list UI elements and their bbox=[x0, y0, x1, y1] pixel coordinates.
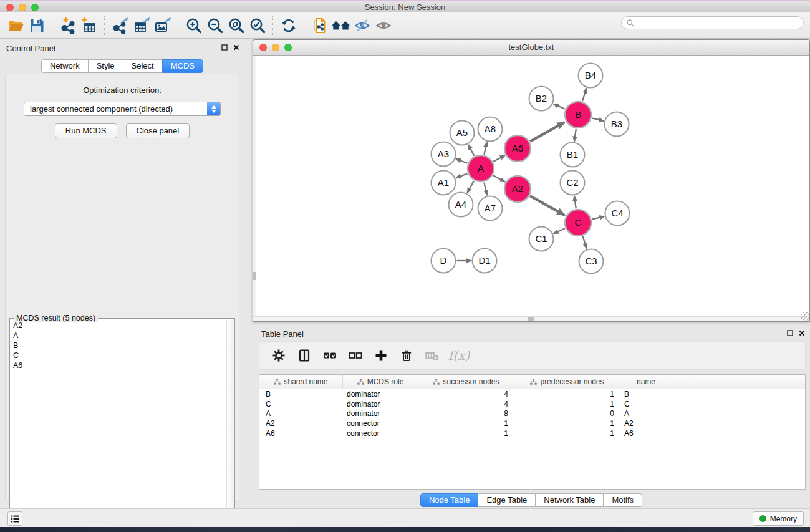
table-row-b[interactable]: Bdominator41B bbox=[259, 389, 805, 399]
close-panel-icon[interactable] bbox=[233, 44, 239, 51]
table-row-c[interactable]: Cdominator41C bbox=[259, 399, 805, 409]
search-box[interactable] bbox=[621, 16, 804, 29]
edge-A2-C[interactable] bbox=[530, 196, 564, 215]
column-header-name[interactable]: name bbox=[620, 375, 672, 389]
edge-A-A3[interactable] bbox=[456, 159, 467, 163]
zoom-selected-button[interactable] bbox=[247, 15, 268, 36]
node-A[interactable]: A bbox=[468, 155, 494, 181]
node-B2[interactable]: B2 bbox=[529, 87, 554, 111]
search-input[interactable] bbox=[637, 18, 803, 28]
node-D1[interactable]: D1 bbox=[473, 249, 497, 273]
edge-B-B2[interactable] bbox=[554, 104, 565, 109]
task-history-button[interactable] bbox=[7, 511, 22, 526]
zoom-out-button[interactable] bbox=[205, 15, 226, 36]
deselect-all-button[interactable] bbox=[346, 346, 365, 365]
edge-A-A4[interactable] bbox=[467, 181, 474, 193]
import-table-button[interactable] bbox=[79, 15, 100, 36]
close-panel-icon[interactable] bbox=[799, 330, 805, 336]
close-panel-button[interactable]: Close panel bbox=[126, 123, 190, 138]
table-row-a[interactable]: Adominator80A bbox=[259, 409, 805, 419]
run-mcds-button[interactable]: Run MCDS bbox=[55, 123, 117, 138]
node-B3[interactable]: B3 bbox=[605, 112, 629, 137]
node-C3[interactable]: C3 bbox=[579, 249, 604, 274]
memory-button[interactable]: Memory bbox=[753, 511, 804, 526]
node-A6[interactable]: A6 bbox=[504, 135, 531, 162]
table-row-a2[interactable]: A2connector11A2 bbox=[259, 418, 805, 428]
node-A3[interactable]: A3 bbox=[432, 142, 456, 167]
zoom-fit-button[interactable] bbox=[226, 15, 247, 36]
column-header-successor-nodes[interactable]: successor nodes bbox=[418, 375, 514, 389]
result-scrollbar[interactable] bbox=[226, 320, 234, 530]
import-network-button[interactable] bbox=[57, 15, 79, 36]
column-header-mcds-role[interactable]: MCDS role bbox=[343, 375, 418, 389]
save-session-button[interactable] bbox=[26, 15, 47, 36]
criterion-select[interactable]: largest connected component (directed) bbox=[24, 102, 221, 116]
result-item-c[interactable]: C bbox=[11, 351, 226, 360]
hide-panels-button[interactable] bbox=[352, 15, 373, 36]
float-panel-icon[interactable] bbox=[221, 44, 228, 51]
node-C1[interactable]: C1 bbox=[529, 227, 554, 251]
result-item-a2[interactable]: A2 bbox=[11, 321, 226, 331]
tab-motifs[interactable]: Motifs bbox=[603, 493, 642, 507]
network-from-file-button[interactable] bbox=[309, 15, 330, 36]
edge-B-B1[interactable] bbox=[574, 129, 576, 142]
tab-network-table[interactable]: Network Table bbox=[535, 493, 604, 507]
edge-A6-B[interactable] bbox=[530, 122, 564, 142]
home-button[interactable] bbox=[330, 15, 352, 36]
float-panel-icon[interactable] bbox=[787, 330, 793, 336]
open-session-button[interactable] bbox=[5, 15, 26, 36]
result-item-b[interactable]: B bbox=[11, 341, 226, 351]
node-A4[interactable]: A4 bbox=[449, 193, 473, 217]
delete-column-button[interactable] bbox=[397, 346, 416, 365]
edge-A-A6[interactable] bbox=[493, 155, 505, 162]
edge-A-A8[interactable] bbox=[484, 142, 487, 155]
delete-table-button[interactable] bbox=[423, 346, 441, 365]
export-image-button[interactable] bbox=[152, 15, 173, 36]
column-header-predecessor-nodes[interactable]: predecessor nodes bbox=[514, 375, 620, 389]
tab-node-table[interactable]: Node Table bbox=[420, 493, 479, 507]
show-columns-button[interactable] bbox=[295, 346, 314, 365]
edge-A-A1[interactable] bbox=[456, 173, 467, 178]
node-C[interactable]: C bbox=[565, 210, 591, 236]
canvas-horizontal-scrollbar[interactable] bbox=[253, 316, 809, 321]
canvas-vertical-scrollbar[interactable] bbox=[253, 56, 256, 317]
node-A5[interactable]: A5 bbox=[450, 121, 475, 145]
edge-C-C1[interactable] bbox=[554, 228, 565, 233]
edge-A-A2[interactable] bbox=[493, 175, 505, 182]
node-C2[interactable]: C2 bbox=[561, 171, 585, 195]
edge-C-C2[interactable] bbox=[574, 196, 576, 208]
refresh-button[interactable] bbox=[278, 15, 299, 36]
tab-select[interactable]: Select bbox=[123, 59, 163, 73]
select-all-button[interactable] bbox=[321, 346, 339, 365]
add-column-button[interactable] bbox=[372, 346, 390, 365]
result-item-a[interactable]: A bbox=[11, 331, 226, 341]
node-B1[interactable]: B1 bbox=[561, 143, 585, 167]
zoom-in-button[interactable] bbox=[183, 15, 205, 36]
tab-style[interactable]: Style bbox=[88, 59, 123, 73]
edge-B-B4[interactable] bbox=[582, 88, 587, 101]
tab-edge-table[interactable]: Edge Table bbox=[478, 493, 536, 507]
node-A2[interactable]: A2 bbox=[504, 176, 531, 202]
table-row-a6[interactable]: A6connector11A6 bbox=[259, 428, 805, 438]
node-A8[interactable]: A8 bbox=[478, 117, 503, 142]
result-item-a6[interactable]: A6 bbox=[11, 360, 226, 370]
node-B4[interactable]: B4 bbox=[579, 64, 603, 88]
edge-C-C3[interactable] bbox=[582, 236, 587, 249]
tab-network[interactable]: Network bbox=[41, 59, 89, 73]
window-resize-grip[interactable] bbox=[801, 312, 809, 321]
function-builder-button[interactable]: f(x) bbox=[448, 346, 470, 365]
node-A7[interactable]: A7 bbox=[478, 196, 503, 221]
tab-mcds[interactable]: MCDS bbox=[162, 59, 203, 73]
edge-A-A7[interactable] bbox=[484, 182, 487, 195]
edge-A-A5[interactable] bbox=[468, 145, 474, 156]
node-D[interactable]: D bbox=[432, 249, 456, 273]
column-header-shared-name[interactable]: shared name bbox=[259, 375, 343, 389]
show-panels-button[interactable] bbox=[373, 15, 394, 36]
edge-B-B3[interactable] bbox=[592, 118, 604, 121]
node-C4[interactable]: C4 bbox=[605, 201, 630, 226]
export-network-button[interactable] bbox=[110, 15, 131, 36]
table-settings-button[interactable] bbox=[269, 346, 288, 365]
network-window-titlebar[interactable]: testGlobe.txt bbox=[253, 40, 809, 56]
network-canvas[interactable]: B4B2BB3A8A5A6A3B1AA1C2A2A4A7C4CC1C3DD1 bbox=[253, 56, 809, 317]
edge-C-C4[interactable] bbox=[592, 216, 604, 220]
